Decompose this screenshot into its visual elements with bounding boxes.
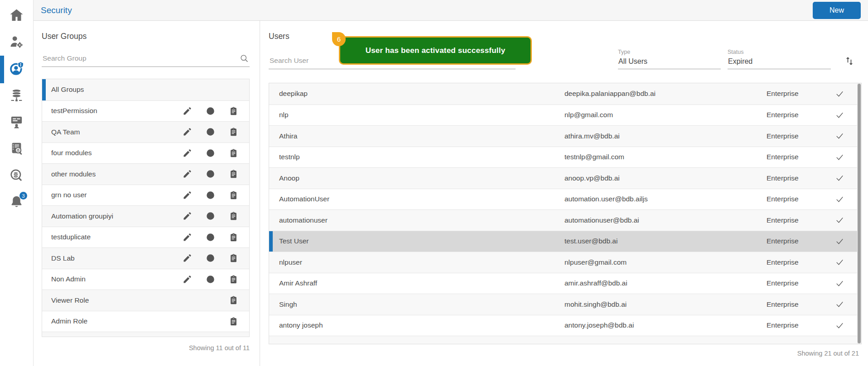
disable-group-icon[interactable] (205, 127, 215, 137)
user-row[interactable]: nlpuser nlpuser@gmail.com Enterprise (269, 252, 861, 273)
status-filter-value[interactable]: Expired (728, 56, 831, 69)
disable-group-icon[interactable] (205, 253, 215, 263)
sidebar-item-security[interactable] (0, 56, 33, 83)
user-row[interactable]: Athira athira.mv@bdb.ai Enterprise (269, 125, 861, 147)
disable-group-icon[interactable] (205, 106, 215, 116)
active-check-icon[interactable] (830, 237, 849, 246)
sidebar-item-user-admin[interactable] (0, 29, 33, 56)
group-permissions-icon[interactable] (228, 169, 238, 179)
edit-group-icon[interactable] (182, 106, 192, 116)
user-name: Test User (279, 237, 564, 245)
edit-group-icon[interactable] (182, 274, 192, 284)
group-row[interactable]: testPermission (42, 100, 249, 122)
active-check-icon[interactable] (830, 132, 849, 140)
sidebar-item-training[interactable] (0, 109, 33, 136)
edit-group-icon[interactable] (182, 232, 192, 242)
edit-group-icon[interactable] (182, 127, 192, 137)
group-permissions-icon[interactable] (228, 211, 238, 221)
group-row[interactable]: testduplicate (42, 227, 249, 248)
active-check-icon[interactable] (830, 174, 849, 182)
edit-group-icon[interactable] (182, 148, 192, 158)
group-name: Automation groupiyi (51, 212, 182, 220)
active-check-icon[interactable] (830, 195, 849, 204)
group-permissions-icon[interactable] (228, 274, 238, 284)
user-row[interactable]: testnlp testnlp@gmail.com Enterprise (269, 147, 861, 168)
type-filter[interactable]: Type All Users (618, 49, 721, 69)
security-app: 3 Security New User Groups (0, 0, 868, 366)
active-check-icon[interactable] (830, 153, 849, 162)
active-check-icon[interactable] (830, 258, 849, 266)
user-row[interactable]: Anoop anoop.vp@bdb.ai Enterprise (269, 167, 861, 189)
edit-group-icon[interactable] (182, 190, 192, 200)
page-title: Security (41, 5, 72, 15)
user-name: Athira (279, 132, 564, 140)
group-row[interactable]: grn no user (42, 185, 249, 206)
disable-group-icon[interactable] (205, 169, 215, 179)
group-row[interactable]: DS Lab (42, 247, 249, 269)
group-actions (228, 295, 238, 305)
disable-group-icon[interactable] (205, 211, 215, 221)
user-type: Enterprise (767, 174, 830, 182)
status-filter[interactable]: Status Expired (728, 49, 831, 69)
user-row[interactable]: AutomationUser automation.user@bdb.ailjs… (269, 189, 861, 210)
group-permissions-icon[interactable] (228, 232, 238, 242)
group-row[interactable]: Automation groupiyi (42, 205, 249, 227)
active-check-icon[interactable] (830, 90, 849, 98)
user-email: test.user@bdb.ai (564, 237, 767, 245)
user-row[interactable]: nlp nlp@gmail.com Enterprise (269, 105, 861, 126)
new-button[interactable]: New (813, 2, 861, 19)
disable-group-icon[interactable] (205, 274, 215, 284)
group-permissions-icon[interactable] (228, 106, 238, 116)
user-row[interactable]: automationuser automationuser@bdb.ai Ent… (269, 209, 861, 231)
user-groups-title: User Groups (42, 32, 250, 42)
active-check-icon[interactable] (830, 216, 849, 224)
type-filter-value[interactable]: All Users (618, 56, 721, 69)
user-row[interactable]: antony joseph antony.joseph@bdb.ai Enter… (269, 315, 861, 336)
group-permissions-icon[interactable] (228, 316, 238, 326)
group-permissions-icon[interactable] (228, 127, 238, 137)
search-icon[interactable] (240, 54, 249, 63)
group-row[interactable]: Admin Role (42, 311, 249, 332)
sidebar-item-home[interactable] (0, 3, 33, 29)
group-search-row (42, 49, 250, 67)
user-name: antony joseph (279, 321, 564, 329)
sort-icon[interactable] (844, 56, 854, 67)
edit-group-icon[interactable] (182, 211, 192, 221)
active-check-icon[interactable] (830, 300, 849, 309)
users-count-label: Showing 21 out of 21 (269, 350, 862, 357)
group-row[interactable]: QA Team (42, 121, 249, 143)
user-email: automationuser@bdb.ai (564, 216, 767, 224)
group-row[interactable]: Viewer Role (42, 290, 249, 311)
user-email: automation.user@bdb.ailjs (564, 195, 767, 203)
group-actions (182, 211, 238, 221)
users-scrollbar[interactable] (857, 83, 861, 344)
disable-group-icon[interactable] (205, 232, 215, 242)
user-row[interactable]: Test User test.user@bdb.ai Enterprise (269, 231, 861, 252)
user-row[interactable]: Singh mohit.singh@bdb.ai Enterprise (269, 294, 861, 315)
toast-message: User has been activated successfully (366, 46, 506, 55)
group-permissions-icon[interactable] (228, 253, 238, 263)
scrollbar-thumb[interactable] (858, 84, 861, 343)
group-row[interactable]: All Groups (42, 79, 249, 100)
sidebar-item-notifications[interactable]: 3 (0, 190, 33, 216)
user-type: Enterprise (767, 321, 830, 329)
active-check-icon[interactable] (830, 279, 849, 288)
active-check-icon[interactable] (830, 321, 849, 330)
sidebar-item-data[interactable] (0, 83, 33, 109)
disable-group-icon[interactable] (205, 148, 215, 158)
user-row[interactable]: deepikap deepika.palaniappan@bdb.ai Ente… (269, 83, 861, 105)
disable-group-icon[interactable] (205, 190, 215, 200)
sidebar-item-data-search[interactable] (0, 163, 33, 190)
group-row[interactable]: Non Admin (42, 269, 249, 290)
group-permissions-icon[interactable] (228, 295, 238, 305)
group-search-input[interactable] (42, 54, 250, 67)
group-row[interactable]: four modules (42, 143, 249, 164)
sidebar-item-audit[interactable] (0, 136, 33, 163)
group-permissions-icon[interactable] (228, 148, 238, 158)
user-row[interactable]: Amir Ashraff amir.ashraff@bdb.ai Enterpr… (269, 273, 861, 294)
group-permissions-icon[interactable] (228, 190, 238, 200)
active-check-icon[interactable] (830, 111, 849, 119)
group-row[interactable]: other modules (42, 163, 249, 185)
edit-group-icon[interactable] (182, 169, 192, 179)
edit-group-icon[interactable] (182, 253, 192, 263)
